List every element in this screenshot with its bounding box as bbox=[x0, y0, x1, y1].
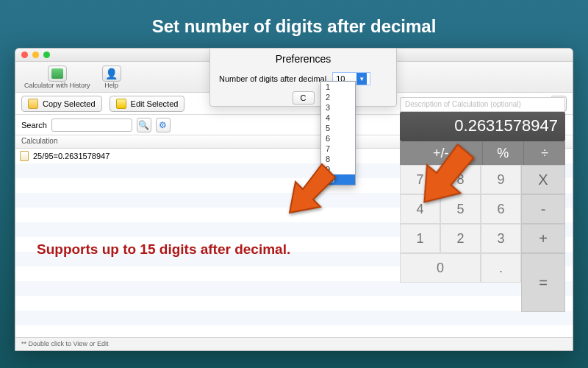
annotation-caption: Supports up to 15 digits after decimal. bbox=[37, 241, 290, 258]
option-2[interactable]: 2 bbox=[321, 92, 355, 102]
gear-icon: ⚙ bbox=[159, 120, 167, 130]
preferences-title: Preferences bbox=[210, 49, 396, 69]
svg-marker-0 bbox=[290, 164, 335, 213]
copy-selected-button[interactable]: Copy Selected bbox=[21, 96, 102, 112]
description-input[interactable]: Description of Calculation (optional) bbox=[400, 97, 565, 112]
toolbar-calculator-button[interactable]: Calculator with History bbox=[20, 64, 95, 91]
key-dot[interactable]: . bbox=[481, 253, 521, 283]
preferences-ok-button[interactable]: C bbox=[293, 91, 315, 105]
zoom-icon[interactable] bbox=[43, 52, 50, 58]
help-icon: 👤 bbox=[105, 68, 118, 79]
hero-title: Set number of digits after decimal bbox=[0, 0, 588, 41]
annotation-arrow-right bbox=[409, 137, 481, 209]
key-6[interactable]: 6 bbox=[481, 194, 521, 224]
key-1[interactable]: 1 bbox=[400, 224, 440, 253]
minus-button[interactable]: - bbox=[521, 194, 565, 224]
key-3[interactable]: 3 bbox=[481, 224, 521, 253]
minimize-icon[interactable] bbox=[32, 52, 39, 58]
document-icon bbox=[20, 151, 29, 161]
percent-button[interactable]: % bbox=[483, 141, 525, 165]
calculator-icon bbox=[51, 68, 63, 79]
edit-selected-label: Edit Selected bbox=[131, 99, 179, 108]
key-0[interactable]: 0 bbox=[400, 253, 481, 283]
multiply-button[interactable]: X bbox=[521, 165, 565, 194]
toolbar-help-label: Help bbox=[104, 82, 118, 89]
option-1[interactable]: 1 bbox=[321, 82, 355, 92]
plus-button[interactable]: + bbox=[521, 224, 565, 253]
chevron-down-icon: ▾ bbox=[356, 73, 367, 85]
option-3[interactable]: 3 bbox=[321, 102, 355, 113]
clipboard-icon bbox=[28, 99, 38, 109]
toolbar-calculator-label: Calculator with History bbox=[24, 82, 90, 89]
option-4[interactable]: 4 bbox=[321, 113, 355, 123]
divide-button[interactable]: ÷ bbox=[524, 141, 565, 165]
search-icon: 🔍 bbox=[138, 120, 149, 130]
status-footer: ** Double click to View or Edit bbox=[15, 337, 573, 350]
pencil-icon bbox=[116, 99, 126, 109]
side-operators: X - + = bbox=[521, 165, 565, 312]
calculator-display: 0.2631578947 bbox=[400, 112, 565, 141]
toolbar-help-button[interactable]: 👤 Help bbox=[98, 64, 126, 91]
decimal-digits-label: Number of digits after decimal bbox=[219, 74, 326, 83]
settings-button[interactable]: ⚙ bbox=[156, 118, 171, 132]
key-2[interactable]: 2 bbox=[440, 224, 481, 253]
key-9[interactable]: 9 bbox=[481, 165, 521, 194]
option-6[interactable]: 6 bbox=[321, 133, 355, 144]
preferences-sheet: Preferences Number of digits after decim… bbox=[209, 48, 397, 107]
copy-selected-label: Copy Selected bbox=[43, 99, 96, 108]
search-label: Search bbox=[21, 121, 47, 130]
search-input[interactable] bbox=[51, 118, 132, 132]
option-5[interactable]: 5 bbox=[321, 123, 355, 133]
annotation-arrow-left bbox=[278, 158, 337, 217]
svg-marker-1 bbox=[420, 144, 477, 202]
close-icon[interactable] bbox=[21, 52, 28, 58]
edit-selected-button[interactable]: Edit Selected bbox=[110, 96, 185, 112]
history-text: 25/95=0.2631578947 bbox=[33, 152, 110, 160]
option-7[interactable]: 7 bbox=[321, 144, 355, 154]
search-button[interactable]: 🔍 bbox=[137, 118, 151, 132]
equals-button[interactable]: = bbox=[521, 253, 565, 312]
